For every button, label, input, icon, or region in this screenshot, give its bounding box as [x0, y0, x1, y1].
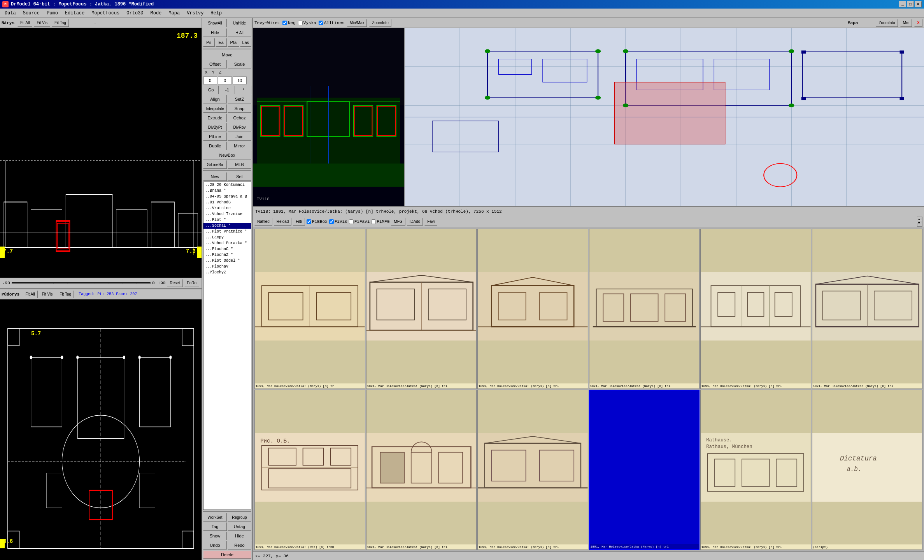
- slider-reset-button[interactable]: Reset: [167, 279, 182, 287]
- mirror-button[interactable]: Mirror: [228, 142, 251, 150]
- mfg-button[interactable]: MFG: [391, 218, 405, 226]
- layer-item[interactable]: ..28-29 Kontumaci: [203, 182, 251, 188]
- alllines-checkbox[interactable]: [319, 21, 323, 25]
- layer-item[interactable]: ...Plot Oddel *: [203, 258, 251, 264]
- photo-thumb-12[interactable]: Dictatura a.b. (script): [812, 390, 923, 550]
- delete-button[interactable]: Delete: [203, 550, 251, 559]
- layer-list[interactable]: ..28-29 Kontumaci..Brana *..04-05 Sprava…: [203, 182, 251, 510]
- tag-button[interactable]: Tag: [203, 522, 227, 531]
- vyska-checkbox[interactable]: [298, 21, 303, 25]
- fibbox-checkbox[interactable]: [307, 219, 311, 224]
- neg-checkbox-label[interactable]: Neg: [282, 21, 296, 25]
- divbypt-button[interactable]: DivByPt: [203, 123, 227, 131]
- layer-item[interactable]: ...SochaL *: [203, 223, 251, 229]
- photo-thumb-3[interactable]: 1891, Mar Holesovice/Jatka: (Narys) [n] …: [477, 229, 588, 389]
- close-button[interactable]: ×: [915, 1, 922, 7]
- menu-help[interactable]: Help: [207, 10, 225, 17]
- photo-thumb-5[interactable]: 1891, Mar Holesovice/Jatka: (Narys) [n] …: [700, 229, 811, 389]
- fimfg-checkbox[interactable]: [371, 219, 376, 224]
- ochoz-button[interactable]: Ochoz: [228, 114, 251, 122]
- setz-button[interactable]: SetZ: [228, 95, 251, 103]
- go-button[interactable]: Go: [203, 86, 219, 94]
- x-input[interactable]: [203, 77, 217, 84]
- narys-fitall-button[interactable]: Fit All: [18, 19, 32, 27]
- workset-button[interactable]: WorkSet: [203, 513, 227, 522]
- layer-item[interactable]: ..PlochyZ: [203, 270, 251, 275]
- pfa-tab[interactable]: Pfa: [228, 38, 239, 47]
- photo-thumb-7[interactable]: Рис. О.Б. 1891, Mar Holesovice/Jatka: (R…: [254, 390, 365, 550]
- undo-button[interactable]: Undo: [203, 541, 227, 550]
- narys-canvas[interactable]: 187.3 7.7 7.3: [0, 28, 202, 278]
- menu-source[interactable]: Source: [20, 10, 43, 17]
- ps-tab[interactable]: Ps: [203, 38, 215, 47]
- view3d-canvas[interactable]: TV118: [253, 28, 405, 206]
- filtr-button[interactable]: Filtr: [293, 218, 305, 226]
- menu-orto3d[interactable]: Orto3D: [123, 10, 146, 17]
- go-value-button[interactable]: -1: [219, 86, 235, 94]
- photo-thumb-8[interactable]: 1891, Mar Holesovice/Jatka: (Narys) [n] …: [366, 390, 477, 550]
- z-input[interactable]: [233, 77, 247, 84]
- showall-button[interactable]: ShowAll: [203, 19, 227, 27]
- zoominto-button[interactable]: ZoomInto: [369, 19, 391, 27]
- layer-item[interactable]: ...Plot Vratnice *: [203, 229, 251, 234]
- photo-thumb-4[interactable]: 1891, Mar Holesovice/Jatka: (Narys) [n] …: [589, 229, 700, 389]
- show-button[interactable]: Show: [203, 532, 227, 540]
- set-button[interactable]: Set: [228, 172, 251, 181]
- menu-vrstvy[interactable]: Vrstvy: [184, 10, 207, 17]
- scale-button[interactable]: Scale: [228, 60, 251, 68]
- vyska-checkbox-label[interactable]: Vyska: [298, 21, 316, 25]
- tool-hide-button[interactable]: Hide: [228, 532, 251, 540]
- grlineba-button[interactable]: GrLineBa: [203, 160, 227, 169]
- untag-button[interactable]: Untag: [228, 522, 251, 531]
- extrude-button[interactable]: Extrude: [203, 114, 227, 122]
- idadd-button[interactable]: IDAdd: [407, 218, 423, 226]
- minimize-button[interactable]: _: [899, 1, 906, 7]
- photo-thumb-6[interactable]: 1891, Mar Holesovice/Jatka: (Narys) [n] …: [812, 229, 923, 389]
- mlb-button[interactable]: MLB: [228, 160, 251, 169]
- divrov-button[interactable]: DivRov: [228, 123, 251, 131]
- minmax-button[interactable]: Min/Max: [347, 19, 367, 27]
- align-button[interactable]: Align: [203, 95, 227, 103]
- zoominto2-button[interactable]: ZoomInto: [876, 19, 898, 27]
- fifavi-label[interactable]: FiFavi: [349, 219, 370, 224]
- fivis-checkbox[interactable]: [329, 219, 334, 224]
- hide-button[interactable]: Hide: [203, 28, 227, 37]
- layer-item[interactable]: ..Brana *: [203, 188, 251, 194]
- pudorys-canvas[interactable]: 3.6 5.7: [0, 299, 202, 560]
- new-button[interactable]: New: [203, 172, 227, 181]
- layer-item[interactable]: ..01 VchodG: [203, 200, 251, 205]
- fifavi-checkbox[interactable]: [349, 219, 354, 224]
- maximize-button[interactable]: □: [907, 1, 914, 7]
- fimfg-label[interactable]: FiMFG: [371, 219, 389, 224]
- y-input[interactable]: [218, 77, 232, 84]
- photo-thumb-9[interactable]: 1891, Mar Holesovice/Jatka: (Narys) [n] …: [477, 390, 588, 550]
- slider-track[interactable]: [12, 282, 151, 284]
- fibbox-label[interactable]: FiBBox: [307, 219, 328, 224]
- scroll-up-arrow[interactable]: ▲: [917, 217, 922, 220]
- layer-item[interactable]: ...PlochaZ *: [203, 252, 251, 258]
- unhide-button[interactable]: UnHide: [228, 19, 251, 27]
- hall-button[interactable]: H All: [228, 28, 251, 37]
- menu-pumo[interactable]: Pumo: [44, 10, 61, 17]
- layer-item[interactable]: ...Lampy: [203, 234, 251, 240]
- regroup-button[interactable]: Regroup: [228, 513, 251, 522]
- mapa-canvas[interactable]: [405, 28, 924, 206]
- ptline-button[interactable]: PtLine: [203, 132, 227, 141]
- ea-tab[interactable]: Ea: [216, 38, 227, 47]
- pudorys-fitvis-button[interactable]: Fit Vis: [39, 290, 56, 298]
- close-view-button[interactable]: X: [914, 19, 922, 27]
- go-star-button[interactable]: *: [236, 86, 251, 94]
- layer-item[interactable]: ...PlochaC *: [203, 246, 251, 252]
- move-button[interactable]: Move: [203, 51, 251, 59]
- layer-item[interactable]: ...PlochaV: [203, 264, 251, 270]
- offset-button[interactable]: Offset: [203, 60, 227, 68]
- layer-item[interactable]: ...Vchod Porazka *: [203, 240, 251, 246]
- photo-thumb-2[interactable]: 1891, Mar Holesovice/Jatka: (Narys) [n] …: [366, 229, 477, 389]
- narys-fittag-button[interactable]: Fit Tag: [52, 19, 69, 27]
- newbox-button[interactable]: NewBox: [203, 151, 251, 159]
- favi-button[interactable]: Favi: [424, 218, 437, 226]
- alllines-checkbox-label[interactable]: AllLines: [319, 21, 345, 25]
- las-tab[interactable]: Las: [240, 38, 252, 47]
- photo-thumb-10[interactable]: 1891, Mar Holesovice/Jatka (Narys) [n] t…: [589, 390, 700, 550]
- layer-item[interactable]: ...Vratnice: [203, 205, 251, 211]
